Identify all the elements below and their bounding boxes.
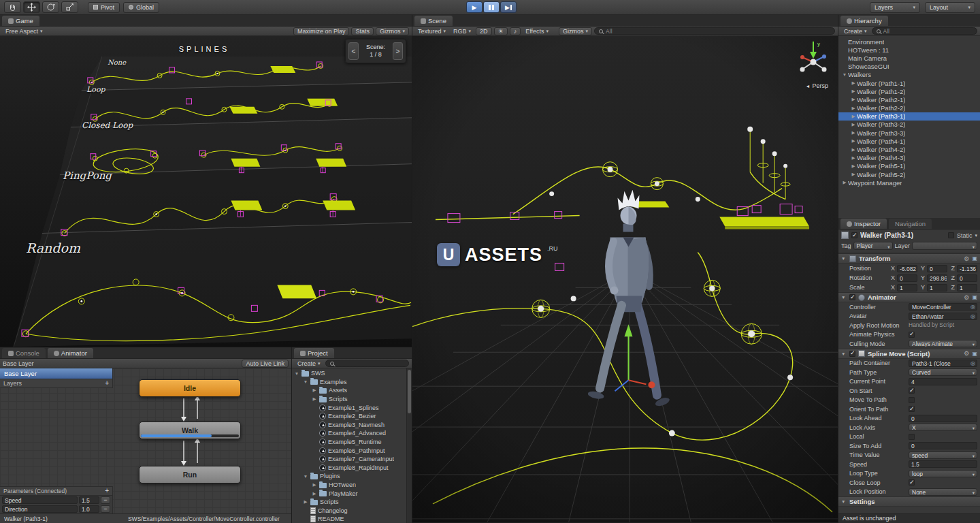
project-create-dropdown[interactable]: Create▾ [295, 360, 323, 368]
property-value[interactable]: Handled by Script [909, 321, 977, 329]
project-item[interactable]: Example7_CameraInput [292, 455, 406, 464]
layers-dropdown[interactable]: Layers▾ [870, 2, 920, 13]
project-item[interactable]: ▶ PlayMaker [292, 489, 406, 498]
parameter-name-field[interactable]: Direction [2, 505, 78, 513]
expand-arrow-icon[interactable]: ▶ [850, 97, 857, 102]
expand-arrow-icon[interactable]: ▶ [303, 499, 308, 505]
project-item[interactable]: ▶ HOTween [292, 481, 406, 490]
layout-dropdown[interactable]: Layout▾ [925, 2, 975, 13]
hierarchy-item[interactable]: ▶ Walker (Path1-1) [838, 79, 980, 87]
expand-arrow-icon[interactable]: ▶ [850, 80, 857, 86]
expand-arrow-icon[interactable]: ▶ [850, 138, 857, 144]
create-dropdown[interactable]: Create▾ [841, 27, 870, 35]
animator-component-header[interactable]: ▼ Animator ⚙ ▣ [838, 292, 980, 302]
animator-enabled-checkbox[interactable] [849, 294, 855, 300]
remove-parameter-button[interactable]: − [101, 505, 110, 513]
fold-arrow-icon[interactable]: ▼ [841, 351, 847, 356]
hierarchy-item[interactable]: ▶ Walker (Path2-1) [838, 95, 980, 104]
tab-hierarchy[interactable]: Hierarchy [840, 16, 888, 26]
static-dropdown-icon[interactable]: ▾ [975, 233, 977, 238]
expand-arrow-icon[interactable]: ▶ [850, 147, 857, 153]
property-value[interactable]: 0 [909, 442, 977, 449]
rotation-x-field[interactable]: 0 [897, 274, 917, 282]
scene-search-input[interactable]: All [594, 27, 835, 35]
expand-arrow-icon[interactable]: ▶ [312, 387, 317, 393]
position-y-field[interactable]: 0 [927, 265, 947, 272]
expand-arrow-icon[interactable]: ▼ [303, 379, 308, 384]
step-button[interactable]: ▶ [500, 1, 517, 13]
hierarchy-item[interactable]: ▶ Walker (Path3-3) [838, 129, 980, 137]
spline-move-header[interactable]: ▼ Spline Move (Script) ⚙ ▣ [838, 349, 980, 359]
expand-arrow-icon[interactable]: ▶ [312, 491, 317, 496]
rotation-y-field[interactable]: 298.86 [927, 274, 947, 282]
active-checkbox[interactable] [851, 232, 858, 238]
expand-arrow-icon[interactable]: ▶ [850, 172, 857, 177]
state-node-walk[interactable]: Walk [139, 422, 241, 439]
gear-icon[interactable]: ⚙ [964, 255, 969, 262]
gameobject-name[interactable]: Walker (Path3-1) [860, 232, 945, 239]
remove-parameter-button[interactable]: − [101, 496, 110, 504]
parameter-value-field[interactable]: 1.0 [79, 505, 99, 513]
game-viewport[interactable]: SPLINES None Loop Closed Loop PingPong R… [0, 36, 412, 347]
persp-label[interactable]: ◄ Persp [806, 82, 828, 89]
property-value[interactable] [909, 397, 915, 403]
spline-move-enabled-checkbox[interactable] [849, 351, 855, 357]
tab-inspector[interactable]: Inspector [840, 219, 887, 229]
move-tool-button[interactable] [23, 1, 40, 13]
static-checkbox[interactable] [948, 232, 954, 238]
position-x-field[interactable]: -6.082 [897, 265, 917, 272]
property-value[interactable]: EthanAvatar [909, 313, 977, 320]
project-item[interactable]: Example8_RapidInput [292, 464, 406, 473]
hierarchy-item[interactable]: ▼ Walkers [838, 71, 980, 79]
audio-toggle-button[interactable]: ♪ [510, 27, 521, 35]
prev-scene-button[interactable]: < [348, 42, 359, 60]
project-item[interactable]: Example2_Bezier [292, 412, 406, 421]
project-item[interactable]: ▼ Plugins [292, 472, 406, 481]
pivot-toggle-button[interactable]: Pivot [88, 2, 120, 13]
help-icon[interactable]: ▣ [972, 255, 977, 262]
project-item[interactable]: Example1_Splines [292, 403, 406, 412]
expand-arrow-icon[interactable]: ▶ [312, 482, 317, 488]
tab-project[interactable]: Project [294, 348, 334, 358]
expand-arrow-icon[interactable]: ▼ [841, 72, 848, 77]
expand-arrow-icon[interactable]: ▼ [303, 474, 308, 479]
hierarchy-item[interactable]: Main Camera [838, 54, 980, 62]
project-item[interactable]: ▼ Examples [292, 378, 406, 387]
scale-x-field[interactable]: 1 [897, 284, 917, 291]
parameter-value-field[interactable]: 1.5 [79, 496, 99, 504]
hierarchy-item[interactable]: ShowcaseGUI [838, 63, 980, 71]
property-value[interactable]: 4 [909, 378, 977, 385]
expand-arrow-icon[interactable]: ▶ [850, 114, 857, 119]
property-value[interactable]: Path3-1 (Close [909, 360, 977, 367]
hierarchy-item[interactable]: ▶ Walker (Path3-2) [838, 121, 980, 129]
game-gizmos-dropdown[interactable]: Gizmos▾ [376, 27, 409, 35]
property-value[interactable]: 1.5 [909, 460, 977, 468]
parameter-name-field[interactable]: Speed [2, 496, 78, 504]
hierarchy-item[interactable]: ▶ Walker (Path5-1) [838, 162, 980, 170]
gear-icon[interactable]: ⚙ [964, 350, 969, 357]
project-item[interactable]: README [292, 515, 406, 523]
position-z-field[interactable]: -1.136 [957, 265, 977, 272]
project-item[interactable]: Example6_PathInput [292, 446, 406, 455]
settings-header[interactable]: ▼ Settings [838, 496, 980, 507]
hierarchy-item[interactable]: ▶ Walker (Path3-1) [838, 112, 980, 121]
property-value[interactable]: speed [909, 451, 977, 459]
hierarchy-item[interactable]: Environment [838, 37, 980, 46]
scene-gizmos-dropdown[interactable]: Gizmos▾ [559, 27, 592, 35]
state-node-run[interactable]: Run [139, 466, 241, 484]
base-layer-item[interactable]: Base Layer [0, 368, 112, 379]
layer-dropdown[interactable] [912, 242, 977, 250]
hierarchy-item[interactable]: ▶ Walker (Path2-2) [838, 104, 980, 112]
hierarchy-item[interactable]: ▶ Walker (Path1-2) [838, 87, 980, 95]
tab-scene[interactable]: Scene [414, 16, 453, 26]
project-item[interactable]: Example5_Runtime [292, 438, 406, 447]
tab-game[interactable]: Game [2, 16, 39, 26]
hierarchy-item[interactable]: ▶ Walker (Path5-2) [838, 170, 980, 178]
axis-gizmo[interactable]: y [794, 37, 832, 80]
2d-toggle-button[interactable]: 2D [476, 27, 492, 35]
transform-header[interactable]: ▼ Transform ⚙ ▣ [838, 253, 980, 264]
stats-button[interactable]: Stats [351, 27, 374, 35]
help-icon[interactable]: ▣ [972, 351, 977, 357]
state-machine-graph[interactable]: Idle Walk Run Base Layer Layers + Parame… [0, 368, 291, 513]
hierarchy-item[interactable]: ▶ Walker (Path4-3) [838, 154, 980, 162]
